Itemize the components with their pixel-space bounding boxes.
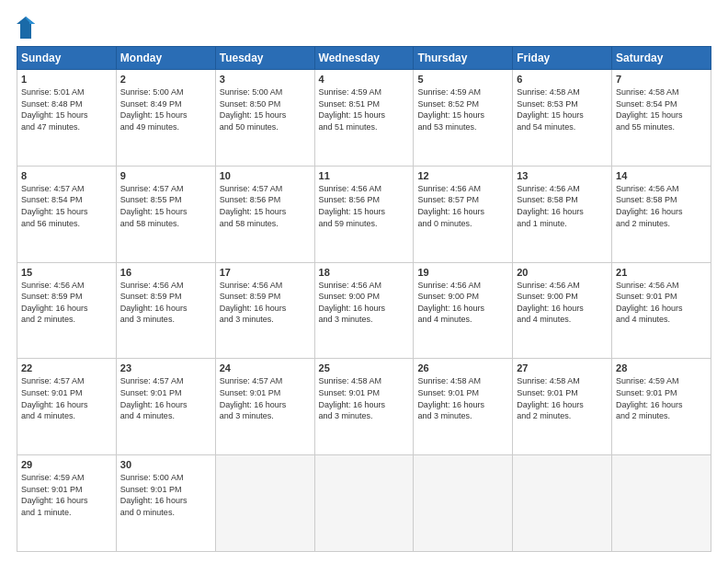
day-info: Sunrise: 4:58 AM Sunset: 9:01 PM Dayligh… [417,375,508,421]
calendar-cell: 9Sunrise: 4:57 AM Sunset: 8:55 PM Daylig… [116,166,215,262]
day-info: Sunrise: 4:57 AM Sunset: 8:56 PM Dayligh… [220,183,311,229]
header-cell-friday: Friday [513,47,612,70]
header-cell-tuesday: Tuesday [215,47,314,70]
day-info: Sunrise: 4:59 AM Sunset: 8:51 PM Dayligh… [319,86,410,132]
calendar-cell: 5Sunrise: 4:59 AM Sunset: 8:52 PM Daylig… [414,70,513,167]
calendar-cell: 12Sunrise: 4:56 AM Sunset: 8:57 PM Dayli… [414,166,513,262]
calendar-week-2: 8Sunrise: 4:57 AM Sunset: 8:54 PM Daylig… [17,166,711,262]
header-cell-monday: Monday [116,47,215,70]
day-info: Sunrise: 4:56 AM Sunset: 9:00 PM Dayligh… [517,280,608,326]
day-info: Sunrise: 4:57 AM Sunset: 8:54 PM Dayligh… [21,183,112,229]
day-number: 6 [517,74,608,85]
calendar-cell: 11Sunrise: 4:56 AM Sunset: 8:56 PM Dayli… [314,166,414,262]
calendar-cell [612,455,711,552]
day-number: 3 [220,74,311,85]
day-number: 23 [120,362,211,373]
day-number: 30 [120,459,211,470]
header-cell-wednesday: Wednesday [314,47,414,70]
calendar-cell: 18Sunrise: 4:56 AM Sunset: 9:00 PM Dayli… [314,262,414,359]
calendar-cell [314,455,414,552]
day-number: 25 [319,362,410,373]
calendar-cell: 10Sunrise: 4:57 AM Sunset: 8:56 PM Dayli… [215,166,314,262]
day-info: Sunrise: 4:56 AM Sunset: 8:58 PM Dayligh… [616,183,707,229]
day-info: Sunrise: 4:56 AM Sunset: 8:58 PM Dayligh… [517,183,608,229]
day-number: 24 [220,362,311,373]
calendar-week-5: 29Sunrise: 4:59 AM Sunset: 9:01 PM Dayli… [17,455,711,552]
day-number: 16 [120,267,211,278]
header-cell-thursday: Thursday [414,47,513,70]
logo [17,17,37,39]
day-info: Sunrise: 4:59 AM Sunset: 8:52 PM Dayligh… [417,86,508,132]
day-number: 20 [517,267,608,278]
calendar-cell: 24Sunrise: 4:57 AM Sunset: 9:01 PM Dayli… [215,359,314,455]
day-info: Sunrise: 4:57 AM Sunset: 9:01 PM Dayligh… [21,375,112,421]
calendar-cell: 28Sunrise: 4:59 AM Sunset: 9:01 PM Dayli… [612,359,711,455]
day-info: Sunrise: 4:57 AM Sunset: 9:01 PM Dayligh… [120,375,211,421]
day-number: 10 [220,170,311,181]
calendar-cell: 30Sunrise: 5:00 AM Sunset: 9:01 PM Dayli… [116,455,215,552]
calendar-cell [414,455,513,552]
calendar-cell: 22Sunrise: 4:57 AM Sunset: 9:01 PM Dayli… [17,359,117,455]
page: SundayMondayTuesdayWednesdayThursdayFrid… [0,0,728,563]
day-info: Sunrise: 4:58 AM Sunset: 9:01 PM Dayligh… [517,375,608,421]
calendar-week-3: 15Sunrise: 4:56 AM Sunset: 8:59 PM Dayli… [17,262,711,359]
calendar-cell: 27Sunrise: 4:58 AM Sunset: 9:01 PM Dayli… [513,359,612,455]
day-info: Sunrise: 4:59 AM Sunset: 9:01 PM Dayligh… [21,472,112,518]
calendar-body: 1Sunrise: 5:01 AM Sunset: 8:48 PM Daylig… [17,70,711,552]
day-number: 2 [120,74,211,85]
day-info: Sunrise: 5:00 AM Sunset: 9:01 PM Dayligh… [120,472,211,518]
calendar-cell: 7Sunrise: 4:58 AM Sunset: 8:54 PM Daylig… [612,70,711,167]
calendar-cell: 14Sunrise: 4:56 AM Sunset: 8:58 PM Dayli… [612,166,711,262]
day-number: 9 [120,170,211,181]
day-info: Sunrise: 4:56 AM Sunset: 8:59 PM Dayligh… [120,280,211,326]
day-info: Sunrise: 4:57 AM Sunset: 9:01 PM Dayligh… [220,375,311,421]
day-info: Sunrise: 4:56 AM Sunset: 8:59 PM Dayligh… [21,280,112,326]
day-number: 28 [616,362,707,373]
day-info: Sunrise: 5:00 AM Sunset: 8:50 PM Dayligh… [220,86,311,132]
calendar-cell: 13Sunrise: 4:56 AM Sunset: 8:58 PM Dayli… [513,166,612,262]
day-info: Sunrise: 5:01 AM Sunset: 8:48 PM Dayligh… [21,86,112,132]
day-number: 27 [517,362,608,373]
day-info: Sunrise: 4:59 AM Sunset: 9:01 PM Dayligh… [616,375,707,421]
svg-marker-0 [17,17,35,39]
day-info: Sunrise: 4:56 AM Sunset: 9:01 PM Dayligh… [616,280,707,326]
calendar-table: SundayMondayTuesdayWednesdayThursdayFrid… [17,46,711,552]
day-number: 13 [517,170,608,181]
day-info: Sunrise: 5:00 AM Sunset: 8:49 PM Dayligh… [120,86,211,132]
day-number: 21 [616,267,707,278]
header-cell-sunday: Sunday [17,47,117,70]
calendar-cell: 3Sunrise: 5:00 AM Sunset: 8:50 PM Daylig… [215,70,314,167]
day-number: 14 [616,170,707,181]
calendar-cell: 17Sunrise: 4:56 AM Sunset: 8:59 PM Dayli… [215,262,314,359]
day-number: 18 [319,267,410,278]
day-number: 11 [319,170,410,181]
day-number: 8 [21,170,112,181]
day-number: 5 [417,74,508,85]
logo-icon [17,17,35,39]
calendar-header: SundayMondayTuesdayWednesdayThursdayFrid… [17,47,711,70]
calendar-cell: 29Sunrise: 4:59 AM Sunset: 9:01 PM Dayli… [17,455,117,552]
calendar-week-4: 22Sunrise: 4:57 AM Sunset: 9:01 PM Dayli… [17,359,711,455]
calendar-cell: 8Sunrise: 4:57 AM Sunset: 8:54 PM Daylig… [17,166,117,262]
day-number: 29 [21,459,112,470]
day-number: 19 [417,267,508,278]
header-row: SundayMondayTuesdayWednesdayThursdayFrid… [17,47,711,70]
day-number: 22 [21,362,112,373]
day-info: Sunrise: 4:58 AM Sunset: 9:01 PM Dayligh… [319,375,410,421]
calendar-cell: 20Sunrise: 4:56 AM Sunset: 9:00 PM Dayli… [513,262,612,359]
calendar-cell: 15Sunrise: 4:56 AM Sunset: 8:59 PM Dayli… [17,262,117,359]
calendar-cell [513,455,612,552]
calendar-week-1: 1Sunrise: 5:01 AM Sunset: 8:48 PM Daylig… [17,70,711,167]
calendar-cell: 23Sunrise: 4:57 AM Sunset: 9:01 PM Dayli… [116,359,215,455]
calendar-cell: 6Sunrise: 4:58 AM Sunset: 8:53 PM Daylig… [513,70,612,167]
calendar-cell: 4Sunrise: 4:59 AM Sunset: 8:51 PM Daylig… [314,70,414,167]
calendar-cell: 2Sunrise: 5:00 AM Sunset: 8:49 PM Daylig… [116,70,215,167]
calendar-cell: 26Sunrise: 4:58 AM Sunset: 9:01 PM Dayli… [414,359,513,455]
day-number: 4 [319,74,410,85]
day-info: Sunrise: 4:56 AM Sunset: 9:00 PM Dayligh… [319,280,410,326]
day-number: 26 [417,362,508,373]
calendar-cell: 1Sunrise: 5:01 AM Sunset: 8:48 PM Daylig… [17,70,117,167]
day-info: Sunrise: 4:56 AM Sunset: 9:00 PM Dayligh… [417,280,508,326]
calendar-cell: 25Sunrise: 4:58 AM Sunset: 9:01 PM Dayli… [314,359,414,455]
calendar-cell [215,455,314,552]
